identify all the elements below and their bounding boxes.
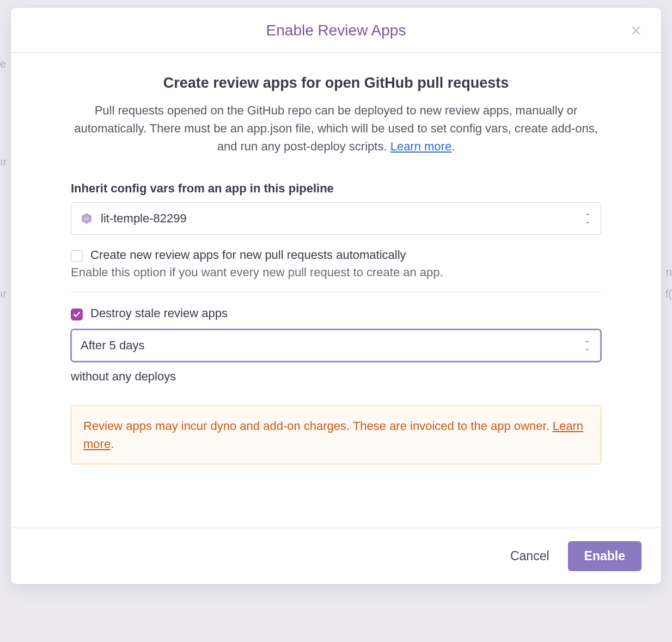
close-icon xyxy=(630,25,642,37)
enable-review-apps-modal: Enable Review Apps Create review apps fo… xyxy=(11,8,661,584)
cancel-button[interactable]: Cancel xyxy=(507,543,553,569)
auto-create-label: Create new review apps for new pull requ… xyxy=(90,248,406,262)
chevron-updown-icon: ⌃⌃ xyxy=(584,341,590,350)
modal-footer: Cancel Enable xyxy=(11,528,661,584)
app-hexagon-icon: zZ xyxy=(80,212,93,225)
enable-button[interactable]: Enable xyxy=(568,541,642,571)
checkmark-icon xyxy=(73,311,81,318)
destroy-stale-checkbox-row: Destroy stale review apps xyxy=(71,306,601,320)
learn-more-link[interactable]: Learn more xyxy=(390,140,452,153)
divider xyxy=(71,292,601,292)
description-text: Pull requests opened on the GitHub repo … xyxy=(74,104,598,153)
modal-title: Enable Review Apps xyxy=(27,22,645,39)
auto-create-checkbox[interactable] xyxy=(71,250,83,262)
billing-warning: Review apps may incur dyno and add-on ch… xyxy=(71,405,601,464)
section-heading: Create review apps for open GitHub pull … xyxy=(71,75,601,92)
warning-text: Review apps may incur dyno and add-on ch… xyxy=(83,419,553,433)
auto-create-hint: Enable this option if you want every new… xyxy=(71,265,601,280)
section-description: Pull requests opened on the GitHub repo … xyxy=(71,101,601,155)
destroy-stale-checkbox[interactable] xyxy=(71,308,83,320)
close-button[interactable] xyxy=(627,22,645,39)
period: . xyxy=(451,140,455,153)
destroy-suffix-text: without any deploys xyxy=(71,370,601,384)
chevron-updown-icon: ⌃⌃ xyxy=(584,214,591,223)
destroy-stale-group: Destroy stale review apps After 5 days ⌃… xyxy=(71,306,601,384)
svg-text:zZ: zZ xyxy=(84,216,89,221)
destroy-selected-value: After 5 days xyxy=(81,338,144,353)
inherit-selected-value: lit-temple-82299 xyxy=(101,211,187,226)
destroy-stale-label: Destroy stale review apps xyxy=(90,306,228,320)
auto-create-group: Create new review apps for new pull requ… xyxy=(71,248,601,292)
inherit-config-group: Inherit config vars from an app in this … xyxy=(71,181,601,235)
modal-header: Enable Review Apps xyxy=(11,8,661,53)
inherit-app-select[interactable]: zZ lit-temple-82299 ⌃⌃ xyxy=(71,202,601,235)
modal-body: Create review apps for open GitHub pull … xyxy=(11,53,661,528)
inherit-config-label: Inherit config vars from an app in this … xyxy=(71,181,601,196)
destroy-duration-select[interactable]: After 5 days ⌃⌃ xyxy=(71,329,601,362)
auto-create-checkbox-row: Create new review apps for new pull requ… xyxy=(71,248,601,262)
